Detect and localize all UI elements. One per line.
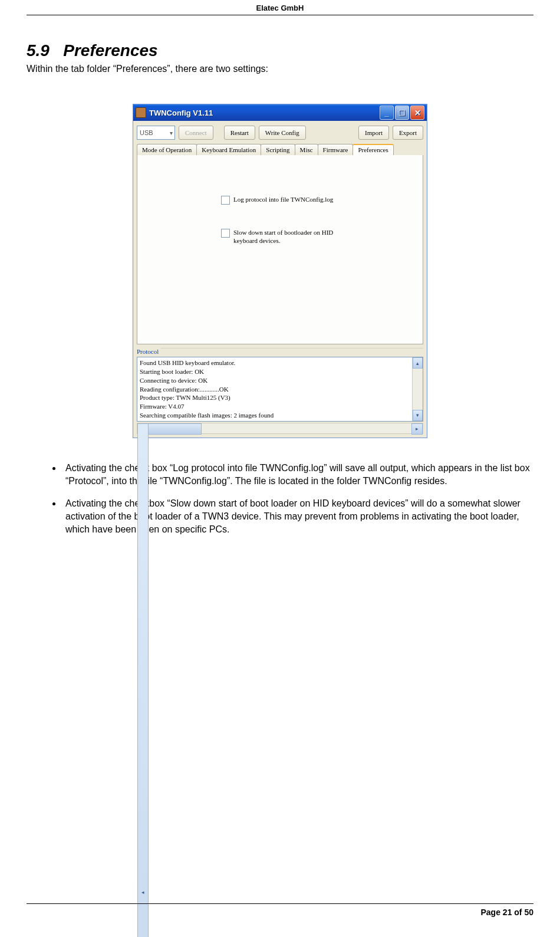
restart-button[interactable]: Restart	[224, 126, 255, 140]
doc-header: Elatec GmbH	[27, 0, 533, 15]
minimize-button[interactable]: _	[380, 106, 394, 120]
twnconfig-window: TWNConfig V1.11 _ ☐ ✕ USB ▾ Connect Rest…	[133, 104, 427, 438]
protocol-lines: Found USB HID keyboard emulator. Startin…	[137, 357, 412, 421]
tab-body: Log protocol into file TWNConfig.log Slo…	[137, 154, 423, 344]
tab-keyboard-emulation[interactable]: Keyboard Emulation	[196, 144, 261, 155]
close-button[interactable]: ✕	[410, 106, 424, 120]
bullet-item: Activating the check box “Log protocol i…	[62, 462, 533, 488]
scroll-up-icon[interactable]: ▴	[413, 357, 423, 369]
bullet-list: Activating the check box “Log protocol i…	[27, 462, 533, 536]
tab-firmware[interactable]: Firmware	[318, 144, 354, 155]
scroll-right-icon[interactable]: ▸	[411, 423, 423, 435]
toolbar: USB ▾ Connect Restart Write Config Impor…	[133, 121, 427, 143]
vertical-scrollbar[interactable]: ▴ ▾	[412, 357, 423, 421]
tab-misc[interactable]: Misc	[295, 144, 318, 155]
scroll-track[interactable]	[413, 369, 423, 410]
chevron-down-icon: ▾	[170, 130, 173, 136]
scroll-thumb[interactable]	[147, 423, 202, 435]
horizontal-scrollbar[interactable]: ◂ ▸	[137, 423, 423, 434]
checkbox-icon[interactable]	[221, 229, 230, 238]
section-heading: 5.9 Preferences	[27, 41, 533, 60]
tab-bar: Mode of Operation Keyboard Emulation Scr…	[133, 144, 427, 155]
section-name: Preferences	[63, 41, 157, 60]
section-number: 5.9	[27, 41, 50, 60]
page-number: Page 21 of 50	[481, 908, 534, 917]
tab-mode-of-operation[interactable]: Mode of Operation	[137, 144, 197, 155]
company-name: Elatec GmbH	[256, 4, 304, 12]
tab-preferences[interactable]: Preferences	[353, 144, 393, 155]
import-button[interactable]: Import	[358, 126, 389, 140]
checkbox-log-protocol-label: Log protocol into file TWNConfig.log	[233, 195, 333, 203]
write-config-button[interactable]: Write Config	[259, 126, 306, 140]
checkbox-slow-start[interactable]: Slow down start of bootloader on HID key…	[221, 228, 339, 245]
protocol-group: Protocol Found USB HID keyboard emulator…	[137, 348, 423, 434]
app-icon	[136, 107, 146, 118]
checkbox-slow-start-label: Slow down start of bootloader on HID key…	[233, 228, 339, 245]
window-title: TWNConfig V1.11	[149, 109, 378, 117]
checkbox-icon[interactable]	[221, 196, 230, 205]
page-footer: Page 21 of 50	[27, 903, 533, 917]
port-select[interactable]: USB ▾	[137, 126, 175, 140]
protocol-listbox[interactable]: Found USB HID keyboard emulator. Startin…	[137, 357, 423, 422]
connect-button[interactable]: Connect	[179, 126, 213, 140]
window-titlebar[interactable]: TWNConfig V1.11 _ ☐ ✕	[133, 104, 427, 121]
intro-text: Within the tab folder “Preferences”, the…	[27, 64, 533, 74]
export-button[interactable]: Export	[393, 126, 423, 140]
checkbox-log-protocol[interactable]: Log protocol into file TWNConfig.log	[221, 195, 339, 205]
scroll-left-icon[interactable]: ◂	[137, 423, 149, 937]
protocol-label: Protocol	[137, 348, 423, 356]
maximize-button[interactable]: ☐	[395, 106, 409, 120]
scroll-down-icon[interactable]: ▾	[413, 410, 423, 421]
bullet-item: Activating the checkbox “Slow down start…	[62, 497, 533, 536]
port-select-value: USB	[140, 129, 153, 136]
tab-scripting[interactable]: Scripting	[261, 144, 295, 155]
